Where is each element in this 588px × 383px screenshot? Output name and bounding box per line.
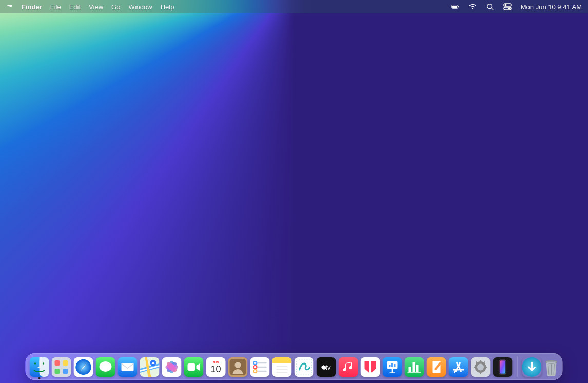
- dock: JUN 10 tv: [26, 353, 563, 380]
- dock-app-messages[interactable]: [96, 357, 115, 377]
- wifi-icon[interactable]: [468, 3, 477, 10]
- dock-app-reminders[interactable]: [250, 357, 270, 377]
- dock-app-music[interactable]: [339, 357, 358, 377]
- svg-point-3: [487, 4, 492, 9]
- dock-trash[interactable]: [544, 359, 559, 377]
- svg-rect-85: [480, 360, 481, 363]
- menu-go[interactable]: Go: [111, 3, 120, 11]
- svg-rect-15: [63, 360, 68, 366]
- svg-rect-2: [458, 6, 459, 8]
- svg-rect-66: [389, 365, 391, 367]
- desktop-wallpaper[interactable]: [0, 0, 588, 383]
- svg-rect-1: [452, 6, 457, 8]
- svg-point-42: [235, 362, 241, 368]
- dock-app-mail[interactable]: [118, 357, 138, 377]
- dock-app-launchpad[interactable]: [52, 357, 71, 377]
- svg-rect-70: [409, 367, 411, 372]
- menu-file[interactable]: File: [50, 3, 61, 11]
- svg-rect-56: [295, 357, 314, 377]
- dock-app-safari[interactable]: [74, 357, 93, 377]
- dock-app-keynote[interactable]: [383, 357, 402, 377]
- dock-app-calendar[interactable]: JUN 10: [206, 357, 226, 377]
- svg-rect-13: [52, 357, 71, 377]
- dock-separator: [517, 356, 518, 377]
- dock-app-contacts[interactable]: [228, 357, 248, 377]
- battery-icon[interactable]: [451, 3, 459, 10]
- svg-text:tv: tv: [326, 363, 331, 371]
- menu-bar: Finder File Edit View Go Window Help Mon…: [0, 0, 588, 13]
- svg-rect-71: [413, 362, 415, 372]
- menubar-clock[interactable]: Mon Jun 10 9:41 AM: [521, 3, 582, 11]
- spotlight-icon[interactable]: [486, 3, 494, 10]
- dock-app-system-settings[interactable]: [471, 357, 491, 377]
- svg-point-6: [505, 4, 506, 6]
- svg-rect-67: [391, 363, 393, 367]
- dock-app-facetime[interactable]: [184, 357, 204, 377]
- menu-edit[interactable]: Edit: [69, 3, 81, 11]
- dock-app-news[interactable]: [361, 357, 380, 377]
- control-center-icon[interactable]: [503, 3, 512, 10]
- menu-window[interactable]: Window: [128, 3, 152, 11]
- svg-line-4: [491, 8, 493, 10]
- apple-menu-icon[interactable]: [6, 3, 13, 10]
- dock-app-notes[interactable]: [272, 357, 292, 377]
- dock-stack-downloads[interactable]: [522, 357, 542, 377]
- dock-app-appstore[interactable]: [449, 357, 468, 377]
- svg-rect-87: [474, 367, 477, 368]
- svg-point-12: [43, 362, 44, 364]
- dock-app-tv[interactable]: tv: [317, 357, 336, 377]
- svg-rect-95: [500, 360, 506, 374]
- calendar-day-label: 10: [210, 364, 221, 375]
- dock-app-photos[interactable]: [162, 357, 182, 377]
- svg-point-11: [34, 362, 36, 364]
- dock-app-maps[interactable]: [140, 357, 160, 377]
- menu-help[interactable]: Help: [161, 3, 174, 11]
- dock-app-pages[interactable]: [427, 357, 446, 377]
- svg-point-8: [508, 8, 510, 9]
- svg-rect-17: [63, 369, 68, 374]
- svg-line-81: [455, 371, 456, 372]
- dock-app-freeform[interactable]: [295, 357, 314, 377]
- running-indicator: [38, 377, 41, 379]
- menu-view[interactable]: View: [89, 3, 103, 11]
- menu-app-name[interactable]: Finder: [22, 3, 42, 11]
- svg-rect-68: [394, 364, 396, 367]
- svg-rect-14: [55, 360, 60, 366]
- svg-rect-10: [40, 357, 49, 377]
- dock-app-iphone-mirroring[interactable]: [493, 357, 513, 377]
- svg-rect-60: [339, 357, 358, 377]
- dock-app-finder[interactable]: [30, 357, 49, 377]
- svg-point-84: [477, 364, 484, 371]
- dock-app-numbers[interactable]: [405, 357, 424, 377]
- svg-rect-72: [416, 365, 419, 372]
- svg-rect-52: [272, 361, 292, 363]
- svg-rect-61: [361, 357, 380, 377]
- svg-rect-39: [188, 363, 195, 371]
- svg-rect-86: [480, 371, 481, 374]
- svg-rect-26: [122, 363, 134, 371]
- svg-rect-88: [485, 367, 487, 368]
- svg-rect-16: [55, 369, 60, 374]
